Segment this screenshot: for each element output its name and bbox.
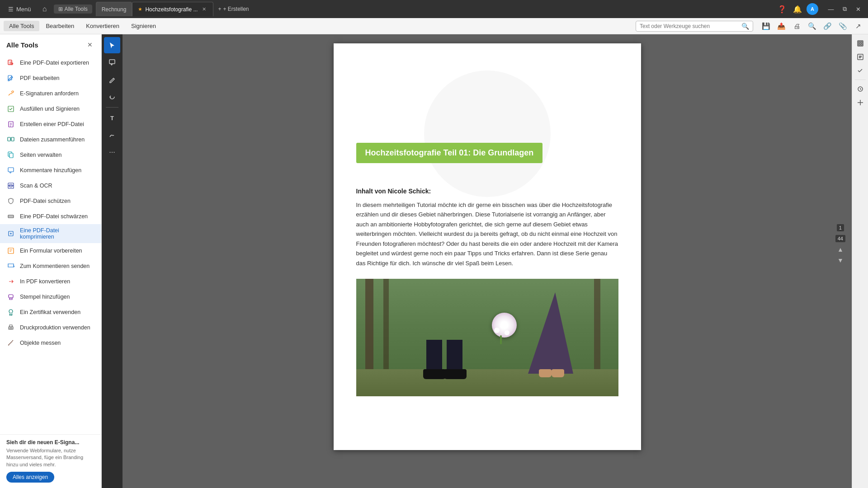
svg-rect-15 (8, 248, 14, 253)
sidebar-item-print[interactable]: Druckproduktion verwenden (0, 320, 101, 335)
tab-hochzeit[interactable]: ★ Hochzeitsfotografie ... ✕ (132, 2, 213, 16)
tab-rechnung[interactable]: Rechnung (96, 2, 132, 16)
pdf-area[interactable]: Hochzeitsfotografie Teil 01: Die Grundla… (123, 34, 852, 488)
right-panel-btn-2[interactable] (854, 51, 867, 63)
page-navigation: 1 44 ▲ ▼ (835, 224, 845, 264)
sign-tool-button[interactable] (104, 127, 120, 143)
right-panel-btn-4[interactable] (854, 83, 867, 95)
right-panel-btn-5[interactable] (854, 96, 867, 109)
save-icon-btn[interactable]: 💾 (760, 20, 772, 33)
sidebar-item-label: Ein Zertifikat verwenden (20, 309, 80, 315)
svg-rect-12 (8, 215, 14, 218)
menu-alle-tools[interactable]: Alle Tools (4, 21, 39, 31)
scan-icon (6, 181, 15, 190)
text-icon: T (110, 115, 114, 122)
sidebar-item-protect[interactable]: PDF-Datei schützen (0, 193, 101, 209)
sidebar-item-compress[interactable]: Eine PDF-Datei komprimieren (0, 224, 101, 243)
tab-bar: Rechnung ★ Hochzeitsfotografie ... ✕ + +… (96, 2, 774, 16)
promo-button[interactable]: Alles anzeigen (6, 472, 54, 483)
page-down-button[interactable]: ▼ (837, 257, 844, 264)
comment-tool-button[interactable] (104, 54, 120, 70)
sidebar-item-cert[interactable]: Ein Zertifikat verwenden (0, 305, 101, 320)
sidebar-item-label: Dateien zusammenführen (20, 136, 85, 143)
toolbar-icons-right: 💾 📤 🖨 🔍 🔗 📎 ↗ (760, 20, 864, 33)
esign-icon (6, 89, 15, 98)
svg-rect-26 (859, 44, 860, 45)
minimize-button[interactable]: — (825, 3, 837, 15)
attach-icon-btn[interactable]: 📎 (836, 20, 849, 33)
user-avatar[interactable]: A (807, 3, 818, 15)
text-tool-button[interactable]: T (104, 110, 120, 126)
edit-icon (6, 74, 15, 83)
compress-icon (6, 229, 15, 238)
right-panel-btn-3[interactable] (854, 64, 867, 77)
sidebar-item-create[interactable]: Erstellen einer PDF-Datei (0, 117, 101, 132)
new-tab-button[interactable]: + + Erstellen (213, 4, 253, 14)
menu-signieren[interactable]: Signieren (126, 21, 161, 31)
sidebar-item-label: Kommentare hinzufügen (20, 167, 81, 174)
print-icon-btn[interactable]: 🖨 (790, 20, 803, 33)
sidebar-item-merge[interactable]: Dateien zusammenführen (0, 132, 101, 147)
rotate-tool-button[interactable] (104, 89, 120, 105)
right-panel-btn-1[interactable] (854, 37, 867, 50)
svg-point-2 (12, 91, 14, 93)
sidebar-item-label: Zum Kommentieren senden (20, 263, 90, 269)
sidebar-item-comment[interactable]: Kommentare hinzufügen (0, 163, 101, 178)
sidebar-item-form[interactable]: Ein Formular vorbereiten (0, 243, 101, 258)
pages-icon (6, 150, 15, 160)
fill-icon (6, 104, 15, 113)
hamburger-icon: ☰ (8, 6, 14, 13)
all-tools-tab[interactable]: ⊞ Alle Tools (54, 5, 92, 14)
sidebar-close-button[interactable]: ✕ (85, 40, 95, 50)
convert-icon (6, 277, 15, 286)
select-tool-button[interactable] (104, 37, 120, 53)
tab-close-button[interactable]: ✕ (200, 6, 208, 13)
search-icon: 🔍 (741, 23, 749, 30)
close-button[interactable]: ✕ (852, 3, 864, 15)
home-button[interactable]: ⌂ (38, 2, 52, 16)
menu-bearbeiten[interactable]: Bearbeiten (40, 21, 80, 31)
sidebar-item-measure[interactable]: Objekte messen (0, 335, 101, 351)
more-tools-button[interactable]: ··· (104, 144, 120, 160)
pdf-title: Hochzeitsfotografie Teil 01: Die Grundla… (356, 143, 543, 163)
sidebar-item-stamp[interactable]: Stempel hinzufügen (0, 289, 101, 305)
pdf-page: Hochzeitsfotografie Teil 01: Die Grundla… (334, 43, 641, 450)
bell-icon-btn[interactable]: 🔔 (791, 3, 804, 15)
sidebar-item-label: In PDF konvertieren (20, 278, 70, 285)
page-up-button[interactable]: ▲ (837, 246, 844, 253)
create-icon (6, 120, 15, 129)
redact-icon (6, 212, 15, 221)
sidebar-item-pages[interactable]: Seiten verwalten (0, 147, 101, 163)
search-input[interactable] (640, 23, 739, 29)
share-icon-btn[interactable]: 📤 (775, 20, 788, 33)
sidebar-item-fill[interactable]: Ausfüllen und Signieren (0, 101, 101, 117)
sidebar-item-export[interactable]: Eine PDF-Datei exportieren (0, 55, 101, 70)
maximize-button[interactable]: ⧉ (838, 3, 851, 15)
sidebar-item-label: E-Signaturen anfordern (20, 90, 79, 97)
svg-rect-27 (861, 44, 862, 45)
zoom-icon-btn[interactable]: 🔍 (806, 20, 818, 33)
menu-button[interactable]: ☰ Menü (4, 4, 36, 14)
measure-icon (6, 338, 15, 347)
sidebar-item-label: Objekte messen (20, 340, 61, 346)
top-bar-right: ❓ 🔔 A — ⧉ ✕ (776, 3, 864, 15)
stamp-icon (6, 292, 15, 301)
sidebar-item-label: Eine PDF-Datei exportieren (20, 60, 89, 66)
link-icon-btn[interactable]: 🔗 (821, 20, 834, 33)
sidebar-item-label: Ein Formular vorbereiten (20, 248, 82, 254)
svg-rect-22 (109, 60, 115, 64)
sidebar-item-esign[interactable]: E-Signaturen anfordern (0, 86, 101, 101)
sidebar-item-send-comment[interactable]: Zum Kommentieren senden (0, 258, 101, 274)
help-icon-btn[interactable]: ❓ (776, 3, 788, 15)
share2-icon-btn[interactable]: ↗ (852, 20, 864, 33)
menu-konvertieren[interactable]: Konvertieren (80, 21, 125, 31)
plus-icon: + (218, 6, 221, 12)
sidebar-item-redact[interactable]: Eine PDF-Datei schwärzen (0, 209, 101, 224)
sidebar-item-edit[interactable]: PDF bearbeiten (0, 70, 101, 86)
sidebar-item-scan[interactable]: Scan & OCR (0, 178, 101, 193)
sidebar-item-label: Ausfüllen und Signieren (20, 106, 80, 112)
draw-tool-button[interactable] (104, 71, 120, 88)
print-prod-icon (6, 323, 15, 332)
sidebar-title: Alle Tools (6, 41, 38, 49)
sidebar-item-convert[interactable]: In PDF konvertieren (0, 274, 101, 289)
